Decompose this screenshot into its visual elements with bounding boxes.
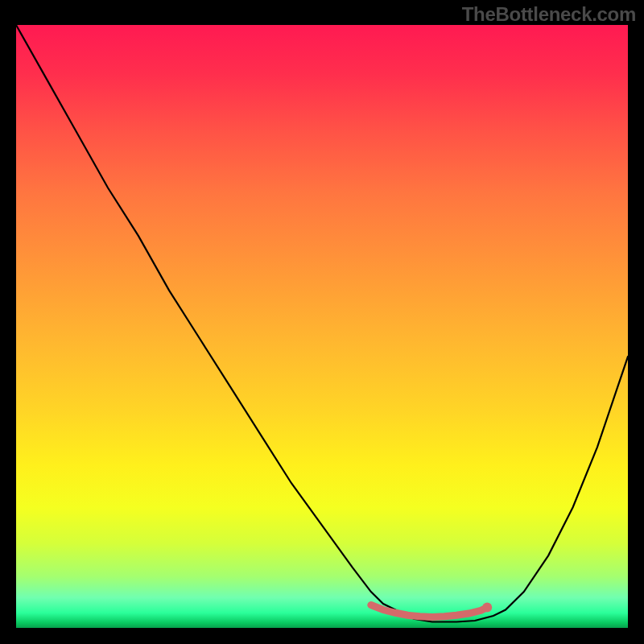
highlight-end-dot <box>482 603 492 613</box>
curve-svg <box>16 25 628 628</box>
chart-frame: TheBottleneck.com <box>0 0 644 644</box>
bottleneck-curve-path <box>16 25 628 622</box>
watermark-text: TheBottleneck.com <box>462 3 636 26</box>
plot-area <box>16 25 628 628</box>
